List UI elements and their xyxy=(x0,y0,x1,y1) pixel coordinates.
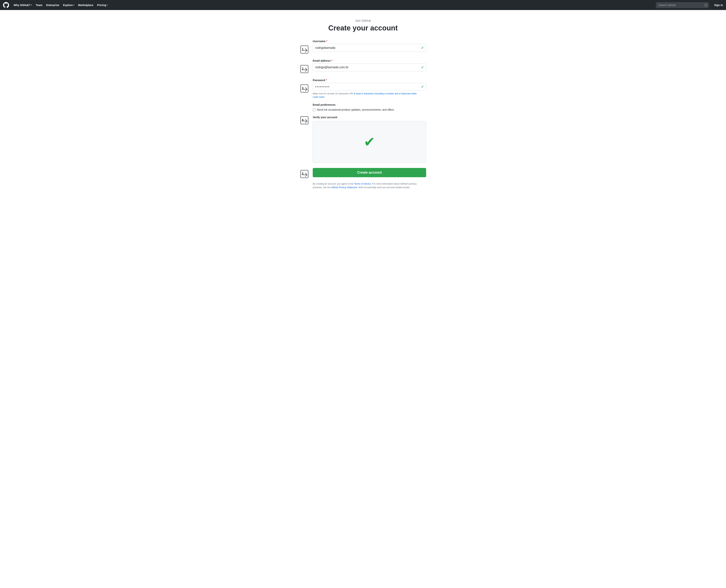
email-pref-label: Email preferences xyxy=(313,103,426,106)
nav-links: Why GitHub? ▾ Team Enterprise Explore ▾ … xyxy=(12,2,109,8)
password-hint: Make sure it's at least 15 characters OR… xyxy=(313,92,426,99)
nav-team-label: Team xyxy=(36,4,43,7)
username-check-icon: ✓ xyxy=(421,46,424,50)
step-4-svg: 4 xyxy=(300,116,309,125)
step-2-icon: 2 xyxy=(300,64,309,74)
step-3-icon: 3 xyxy=(300,84,309,93)
nav-explore[interactable]: Explore ▾ xyxy=(61,2,76,8)
github-logo-icon xyxy=(3,2,9,8)
terms-text: By creating an account, you agree to the… xyxy=(300,182,426,189)
password-input[interactable] xyxy=(313,83,426,91)
navbar: Why GitHub? ▾ Team Enterprise Explore ▾ … xyxy=(0,0,726,10)
username-field-content: Username * ✓ xyxy=(313,40,426,52)
username-input-wrap: ✓ xyxy=(313,44,426,52)
nav-enterprise[interactable]: Enterprise xyxy=(45,2,61,8)
email-label-text: Email address xyxy=(313,59,331,62)
verify-checkmark-icon: ✔ xyxy=(364,135,375,149)
svg-text:4: 4 xyxy=(302,118,304,122)
email-pref-checkbox[interactable] xyxy=(313,109,315,111)
terms-plain1: By creating an account, you agree to the xyxy=(313,183,354,185)
password-label-text: Password xyxy=(313,79,325,82)
step-5-svg: 5 xyxy=(300,169,309,178)
username-input[interactable] xyxy=(313,44,426,52)
step-verify: 4 Verify your account ✔ xyxy=(300,116,426,163)
email-check-icon: ✓ xyxy=(421,65,424,69)
email-label: Email address * xyxy=(313,59,426,62)
privacy-statement-link[interactable]: GitHub Privacy Statement xyxy=(331,186,357,189)
main-content: Join GitHub Create your account 1 Userna… xyxy=(297,10,429,205)
github-logo-link[interactable] xyxy=(3,2,9,8)
step-create: 5 Create account xyxy=(300,168,426,179)
step-2-svg: 2 xyxy=(300,64,309,74)
verify-box[interactable]: ✔ xyxy=(313,121,426,163)
email-preferences-section: Email preferences Send me occasional pro… xyxy=(300,103,426,111)
step-1-svg: 1 xyxy=(300,45,309,54)
email-input[interactable] xyxy=(313,63,426,71)
password-field-content: Password * ✓ Make sure it's at least 15 … xyxy=(313,79,426,99)
nav-pricing[interactable]: Pricing ▾ xyxy=(96,2,109,8)
email-field-content: Email address * ✓ xyxy=(313,59,426,71)
step-1-icon: 1 xyxy=(300,45,309,55)
password-label: Password * xyxy=(313,79,426,82)
step-email: 2 Email address * ✓ xyxy=(300,59,426,74)
username-label: Username * xyxy=(313,40,426,43)
verify-content: Verify your account ✔ xyxy=(313,116,426,163)
svg-text:5: 5 xyxy=(302,172,304,175)
nav-marketplace[interactable]: Marketplace xyxy=(77,2,95,8)
signin-link[interactable]: Sign in xyxy=(714,4,723,7)
verify-label: Verify your account xyxy=(313,116,426,119)
chevron-down-icon-explore: ▾ xyxy=(73,4,74,6)
search-bar: / xyxy=(656,2,709,8)
svg-text:1: 1 xyxy=(302,47,304,51)
password-check-icon: ✓ xyxy=(421,85,424,89)
password-required-star: * xyxy=(326,79,327,82)
step-password: 3 Password * ✓ Make sure it's at least 1… xyxy=(300,79,426,99)
create-account-button[interactable]: Create account xyxy=(313,168,426,177)
step-username: 1 Username * ✓ xyxy=(300,40,426,55)
chevron-down-icon: ▾ xyxy=(31,4,32,6)
step-5-icon: 5 xyxy=(300,169,309,179)
username-required-star: * xyxy=(326,40,327,43)
nav-team[interactable]: Team xyxy=(34,2,44,8)
search-input[interactable] xyxy=(656,2,709,8)
page-title: Create your account xyxy=(300,24,426,32)
email-input-wrap: ✓ xyxy=(313,63,426,71)
email-required-star: * xyxy=(332,59,333,62)
search-kbd-hint: / xyxy=(704,4,707,7)
email-pref-checkbox-row[interactable]: Send me occasional product updates, anno… xyxy=(313,108,426,111)
nav-why-github-label: Why GitHub? xyxy=(14,4,30,7)
password-input-wrap: ✓ xyxy=(313,83,426,91)
join-label: Join GitHub xyxy=(300,19,426,22)
svg-text:2: 2 xyxy=(302,67,304,70)
nav-pricing-label: Pricing xyxy=(97,4,106,7)
nav-marketplace-label: Marketplace xyxy=(78,4,93,7)
terms-plain3: . We'll occasionally send you account-re… xyxy=(357,186,410,189)
step-3-svg: 3 xyxy=(300,84,309,93)
terms-of-service-link[interactable]: Terms of Service xyxy=(354,183,371,185)
step-4-icon: 4 xyxy=(300,116,309,125)
nav-why-github[interactable]: Why GitHub? ▾ xyxy=(12,2,34,8)
password-learn-more-link[interactable]: Learn more. xyxy=(313,96,325,98)
create-btn-wrap: Create account xyxy=(313,168,426,177)
password-hint-plain: Make sure it's at least 15 characters OR xyxy=(313,92,354,95)
nav-explore-label: Explore xyxy=(63,4,72,7)
svg-text:3: 3 xyxy=(302,86,304,90)
chevron-down-icon-pricing: ▾ xyxy=(107,4,108,6)
password-hint-link1[interactable]: at least 8 characters including a number… xyxy=(354,92,417,95)
username-label-text: Username xyxy=(313,40,325,43)
nav-enterprise-label: Enterprise xyxy=(46,4,59,7)
email-pref-checkbox-label: Send me occasional product updates, anno… xyxy=(317,108,394,111)
